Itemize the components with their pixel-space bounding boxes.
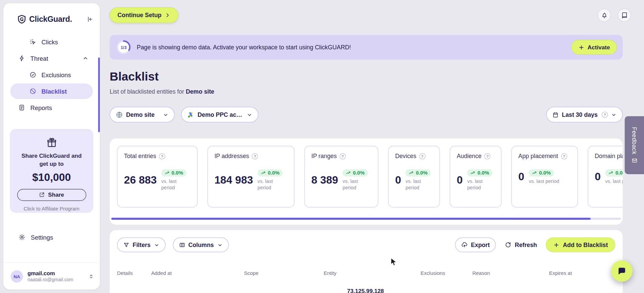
refresh-button[interactable]: Refresh	[505, 242, 537, 248]
bolt-icon	[18, 55, 25, 62]
stat-label: Total entries	[124, 153, 156, 159]
col-entity[interactable]: Entity	[324, 270, 336, 276]
stat-value: 0	[457, 174, 463, 187]
sidebar-item-exclusions[interactable]: Exclusions	[3, 66, 100, 83]
stat-vs-label: vs. last period	[605, 178, 623, 185]
col-exclusions[interactable]: Exclusions	[420, 270, 445, 276]
activate-label: Activate	[588, 44, 610, 51]
col-added-at[interactable]: Added at	[151, 270, 171, 276]
docs-button[interactable]	[618, 9, 631, 22]
nav-label-threat: Threat	[31, 55, 48, 62]
gear-icon	[18, 234, 26, 241]
stat-change: 0.0%	[171, 170, 183, 176]
stat-card-domain-placement: Domain placement 0 0.0% vs. last period	[588, 146, 623, 207]
account-switcher-icon[interactable]	[88, 274, 94, 279]
table-toolbar: Filters Columns Export	[117, 237, 615, 252]
help-icon[interactable]: ?	[340, 153, 346, 159]
user-account[interactable]: NA gmail.com naatali.ro@gmail.com	[3, 262, 100, 290]
sidebar-nav: Clicks Threat Exclusions	[3, 34, 100, 116]
stat-value: 0	[395, 174, 401, 187]
stat-value: 0	[595, 170, 601, 183]
columns-button[interactable]: Columns	[173, 237, 229, 252]
stat-change: 0.0%	[478, 170, 489, 176]
col-expires-at[interactable]: Expires at	[549, 270, 572, 276]
stat-label: Domain placement	[595, 153, 623, 159]
col-scope[interactable]: Scope	[244, 270, 258, 276]
sidebar-item-reports[interactable]: Reports	[3, 99, 100, 116]
help-icon[interactable]: ?	[485, 153, 491, 159]
help-icon[interactable]: ?	[159, 153, 165, 159]
refresh-icon	[505, 242, 512, 248]
affiliate-promo-card[interactable]: Share ClickGuard and get up to $10,000 S…	[10, 129, 93, 213]
feedback-tab[interactable]: Feedback	[625, 116, 644, 174]
col-details[interactable]: Details	[117, 270, 133, 276]
logo-text: ClickGuard.	[29, 15, 72, 24]
stat-label: Audience	[457, 153, 482, 159]
export-button[interactable]: Export	[455, 237, 496, 252]
cards-scrollbar-thumb[interactable]	[111, 218, 591, 220]
site-selector[interactable]: Demo site	[110, 107, 175, 123]
sidebar-item-clicks[interactable]: Clicks	[3, 34, 100, 50]
nav-label-exclusions: Exclusions	[42, 71, 71, 78]
stat-card-total-entries: Total entries? 26 883 0.0% vs. last peri…	[117, 146, 198, 207]
stat-change: 0.0%	[539, 170, 551, 176]
col-reason[interactable]: Reason	[472, 270, 490, 276]
table-header: Details Added at Scope Entity Exclusions…	[117, 270, 615, 277]
user-email: naatali.ro@gmail.com	[28, 277, 73, 282]
badge-check-icon	[30, 71, 36, 78]
help-icon[interactable]: ?	[252, 153, 258, 159]
demo-data-banner: 1/3 Page is showing demo data. Activate …	[110, 35, 623, 59]
stat-label: App placement	[518, 153, 558, 159]
chevron-down-icon	[154, 242, 159, 247]
filters-button[interactable]: Filters	[117, 237, 165, 252]
plus-icon	[553, 242, 559, 248]
site-selector-label: Demo site	[126, 111, 160, 118]
stats-cards-row: Total entries? 26 883 0.0% vs. last peri…	[117, 146, 615, 207]
stat-card-ip-ranges: IP ranges? 8 389 0.0% vs. last period	[304, 146, 378, 207]
chevron-right-icon	[165, 12, 170, 18]
nav-label-clicks: Clicks	[42, 38, 58, 45]
sidebar-scrollbar[interactable]	[98, 57, 100, 132]
affiliate-link[interactable]: Click to Affiliate Program	[23, 206, 79, 211]
add-to-blacklist-button[interactable]: Add to Blacklist	[546, 237, 615, 252]
continue-setup-button[interactable]: Continue Setup	[110, 7, 179, 23]
notifications-button[interactable]	[598, 9, 611, 22]
sidebar-collapse-icon[interactable]	[86, 16, 93, 23]
user-name: gmail.com	[28, 270, 73, 276]
share-button-label: Share	[48, 191, 64, 198]
share-button[interactable]: Share	[17, 189, 86, 200]
page-subtitle-site: Demo site	[186, 88, 214, 95]
gift-icon	[46, 137, 57, 148]
promo-amount: $10,000	[32, 171, 71, 184]
activate-button[interactable]: Activate	[571, 40, 617, 55]
stat-vs-label: vs. last period	[406, 178, 433, 191]
stat-change: 0.0%	[416, 170, 428, 176]
stat-label: IP addresses	[214, 153, 249, 159]
stat-change: 0.0%	[268, 170, 280, 176]
stat-card-ip-addresses: IP addresses? 184 983 0.0% vs. last peri…	[207, 146, 294, 207]
sidebar-item-threat[interactable]: Threat	[3, 50, 100, 66]
sidebar-item-blacklist[interactable]: Blacklist	[10, 83, 93, 99]
filters-label: Filters	[133, 242, 150, 248]
stat-card-app-placement: App placement? 0 0.0% vs. last period	[511, 146, 578, 207]
sidebar-item-settings[interactable]: Settings	[3, 229, 100, 245]
stat-value: 8 389	[311, 174, 338, 187]
stat-label: IP ranges	[311, 153, 337, 159]
globe-icon	[116, 111, 123, 118]
help-icon[interactable]: ?	[561, 153, 567, 159]
help-icon[interactable]: ?	[419, 153, 425, 159]
chevron-down-icon	[611, 112, 616, 117]
page-title: Blacklist	[110, 70, 159, 83]
chevron-down-icon	[217, 242, 222, 247]
table-row[interactable]: 73.125.99.128	[117, 288, 615, 293]
ppc-account-label: Demo PPC ac…	[198, 111, 244, 118]
chat-widget-button[interactable]	[611, 260, 633, 282]
stat-vs-label: vs. last period	[529, 178, 559, 185]
setup-progress-ring: 1/3	[116, 40, 131, 55]
sidebar: ClickGuard. Clicks Threat	[3, 3, 100, 290]
chevron-up-icon[interactable]	[83, 55, 88, 61]
page-subtitle: List of blacklisted entities for Demo si…	[110, 88, 214, 95]
date-range-selector[interactable]: Last 30 days ?	[546, 107, 623, 123]
ppc-account-selector[interactable]: Demo PPC ac…	[181, 107, 258, 123]
document-icon	[18, 104, 25, 111]
